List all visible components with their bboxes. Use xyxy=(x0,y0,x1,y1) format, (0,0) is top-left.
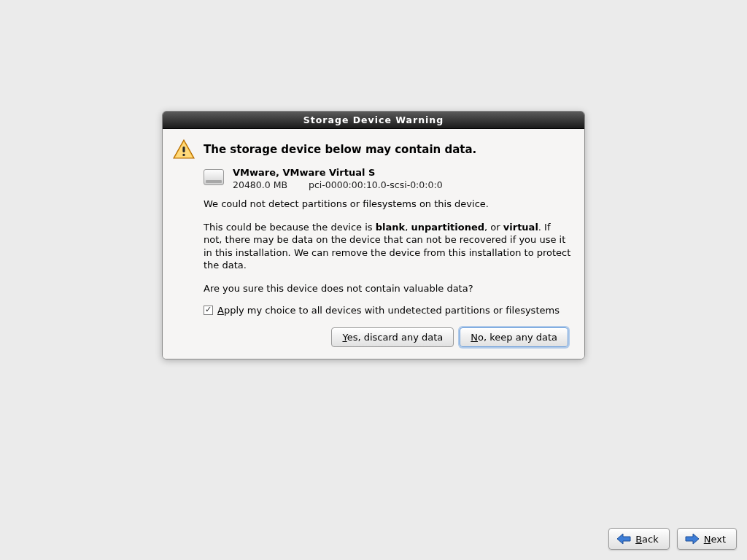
dialog-titlebar: Storage Device Warning xyxy=(163,112,584,129)
arrow-right-icon xyxy=(685,533,700,545)
apply-all-checkbox[interactable] xyxy=(204,306,213,315)
svg-rect-0 xyxy=(182,147,185,152)
dialog-headline: The storage device below may contain dat… xyxy=(204,143,476,156)
apply-all-label: Apply my choice to all devices with unde… xyxy=(217,305,560,316)
device-path: pci-0000:00:10.0-scsi-0:0:0:0 xyxy=(309,179,443,190)
dialog-body: The storage device below may contain dat… xyxy=(163,129,584,359)
apply-all-checkbox-row[interactable]: Apply my choice to all devices with unde… xyxy=(204,305,571,316)
next-button[interactable]: Next xyxy=(677,528,737,550)
disk-icon xyxy=(204,169,224,185)
msg-confirm: Are you sure this device does not contai… xyxy=(204,282,571,295)
device-name: VMware, VMware Virtual S xyxy=(233,167,443,178)
svg-point-1 xyxy=(182,154,185,156)
device-size: 20480.0 MB xyxy=(233,179,306,190)
arrow-left-icon xyxy=(616,533,631,545)
device-info: VMware, VMware Virtual S 20480.0 MB pci-… xyxy=(204,167,571,190)
warning-icon xyxy=(173,139,195,160)
storage-warning-dialog: Storage Device Warning The storage devic… xyxy=(162,111,585,359)
device-meta: 20480.0 MB pci-0000:00:10.0-scsi-0:0:0:0 xyxy=(233,179,443,190)
back-button[interactable]: Back xyxy=(608,528,670,550)
msg-nodetect: We could not detect partitions or filesy… xyxy=(204,198,571,211)
yes-discard-button[interactable]: Yes, discard any data xyxy=(331,327,454,347)
no-keep-button[interactable]: No, keep any data xyxy=(460,327,568,347)
msg-reason: This could be because the device is blan… xyxy=(204,221,571,272)
wizard-nav: Back Next xyxy=(608,528,737,550)
